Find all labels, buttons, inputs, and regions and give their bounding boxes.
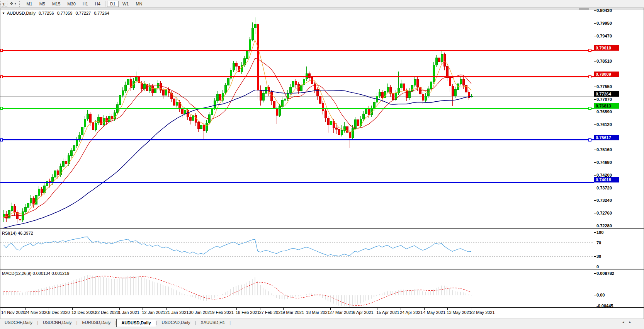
candle-body [311, 77, 313, 84]
price-tick [594, 36, 596, 36]
price-tick [594, 87, 596, 87]
candle-body [403, 84, 405, 90]
timeframe-button-mn[interactable]: MN [133, 1, 145, 7]
date-label[interactable]: 18 Mar 2021 [306, 310, 330, 315]
candle-body [446, 66, 448, 77]
date-label[interactable]: 24 Nov 2020 [25, 310, 49, 315]
candle-body [233, 63, 234, 70]
tab-usdcnh[interactable]: USDCNH,Daily [38, 319, 76, 327]
timeframe-button-m1[interactable]: M1 [23, 1, 35, 7]
tab-audusd[interactable]: AUDUSD,Daily [116, 319, 156, 327]
timeframe-button-m30[interactable]: M30 [64, 1, 78, 7]
price-chart-pane[interactable]: ▼ AUDUSD,Daily 0.77256 0.77359 0.77227 0… [0, 10, 644, 229]
date-tick [25, 308, 26, 310]
macd-tick [594, 306, 596, 306]
date-label[interactable]: 1 Jan 2021 [119, 310, 139, 315]
date-label[interactable]: 12 Dec 2020 [71, 310, 95, 315]
date-label[interactable]: 22 Dec 2020 [95, 310, 119, 315]
high-value: 0.77359 [57, 11, 73, 15]
toolbar-grip[interactable] [19, 1, 21, 7]
date-tick [354, 308, 354, 310]
price-tick-label: 0.72280 [596, 223, 612, 228]
date-tick [166, 308, 167, 310]
date-label[interactable]: 22 May 2021 [470, 310, 495, 315]
candle-body [249, 39, 251, 51]
collapse-triangle-icon[interactable]: ▼ [2, 12, 5, 15]
rsi-tick-label: 100 [596, 230, 603, 235]
price-tick [594, 162, 596, 163]
tab-scroll-arrows[interactable]: ◄► [622, 319, 636, 324]
price-axis-line [594, 8, 594, 308]
candle-body [325, 111, 326, 118]
timeframe-button-h1[interactable]: H1 [80, 1, 91, 7]
date-tick [72, 308, 73, 310]
scrollbar-thumb[interactable] [579, 8, 589, 10]
candle-body [162, 90, 164, 95]
price-tick-label: 0.73240 [596, 198, 612, 203]
date-label[interactable]: 24 Apr 2021 [400, 310, 423, 315]
timeframe-button-d1[interactable]: D1 [107, 1, 119, 7]
chart-ohlc-header: ▼ AUDUSD,Daily 0.77256 0.77359 0.77227 0… [2, 11, 109, 15]
price-tick [594, 10, 596, 11]
timeframe-button-m5[interactable]: M5 [36, 1, 48, 7]
date-tick [213, 308, 213, 310]
date-label[interactable]: 15 Apr 2021 [376, 310, 399, 315]
candlestick-chart-canvas[interactable] [0, 10, 594, 229]
date-label[interactable]: 14 Nov 2020 [1, 310, 25, 315]
date-label[interactable]: 21 Jan 2021 [165, 310, 189, 315]
price-tick [594, 213, 596, 213]
chart-window[interactable]: ▼ AUDUSD,Daily 0.77256 0.77359 0.77227 0… [0, 8, 644, 319]
date-label[interactable]: 3 Dec 2020 [48, 310, 70, 315]
date-label[interactable]: 30 Jan 2021 [189, 310, 212, 315]
timeframe-button-h4[interactable]: H4 [92, 1, 104, 7]
rsi-indicator-pane[interactable]: RSI(14) 46.3972 10070300 [0, 230, 644, 269]
macd-canvas[interactable] [0, 270, 594, 308]
tab-usdcad[interactable]: USDCAD,Daily [157, 319, 195, 327]
date-label[interactable]: 13 May 2021 [447, 310, 471, 315]
candle-body [3, 214, 5, 217]
tab-usdchf[interactable]: USDCHF,Daily [0, 319, 37, 327]
candle-body [392, 93, 394, 99]
rsi-tick [594, 256, 596, 257]
tab-eurusd[interactable]: EURUSD,Daily [77, 319, 115, 327]
price-level-badge: 0.76813 [594, 103, 619, 109]
candle-body [141, 83, 143, 89]
price-tick [594, 112, 596, 112]
open-value: 0.77256 [39, 11, 54, 15]
date-label[interactable]: 27 Feb 2021 [259, 310, 283, 315]
macd-tick [594, 273, 596, 274]
candle-body [387, 87, 389, 92]
timeframe-button-w1[interactable]: W1 [119, 1, 132, 7]
candle-body [246, 51, 248, 59]
date-label[interactable]: 12 Jan 2021 [142, 310, 165, 315]
tab-scroll-right-icon[interactable]: ► [629, 320, 636, 324]
rsi-canvas[interactable] [0, 230, 594, 269]
candle-body [219, 94, 221, 100]
line-anchor-marker [0, 49, 3, 51]
date-label[interactable]: 9 Feb 2021 [212, 310, 234, 315]
tab-xauusd[interactable]: XAUUSD,H1 [196, 319, 229, 327]
price-tick [594, 124, 596, 125]
chart-tab-bar: USDCHF,Daily|USDCNH,Daily|EURUSD,Daily|A… [0, 319, 644, 329]
time-axis[interactable]: 14 Nov 202024 Nov 20203 Dec 202012 Dec 2… [0, 308, 644, 319]
date-label[interactable]: 27 Mar 2021 [330, 310, 353, 315]
candle-body [443, 55, 445, 66]
price-tick-label: 0.78510 [596, 58, 612, 64]
moving-average-slow [3, 90, 471, 228]
date-label[interactable]: 6 Apr 2021 [353, 310, 374, 315]
date-label[interactable]: 18 Feb 2021 [236, 310, 260, 315]
candle-body [341, 130, 343, 135]
shapes-tool-button[interactable]: ❖ ▾ [8, 1, 17, 7]
candle-body [406, 91, 408, 98]
candle-body [97, 117, 99, 123]
price-tick [594, 99, 596, 100]
text-tool-button[interactable]: T [0, 1, 7, 7]
candle-body [438, 58, 440, 62]
tab-scroll-left-icon[interactable]: ◄ [622, 320, 629, 324]
date-label[interactable]: 9 Mar 2021 [282, 310, 304, 315]
macd-indicator-pane[interactable]: MACD(12,26,9) 0.000134 0.001219 0.008782… [0, 270, 644, 308]
price-tick-label: 0.76120 [596, 122, 612, 127]
rsi-tick-label: 30 [596, 254, 601, 259]
timeframe-button-m15[interactable]: M15 [49, 1, 63, 7]
date-label[interactable]: 4 May 2021 [423, 310, 445, 315]
